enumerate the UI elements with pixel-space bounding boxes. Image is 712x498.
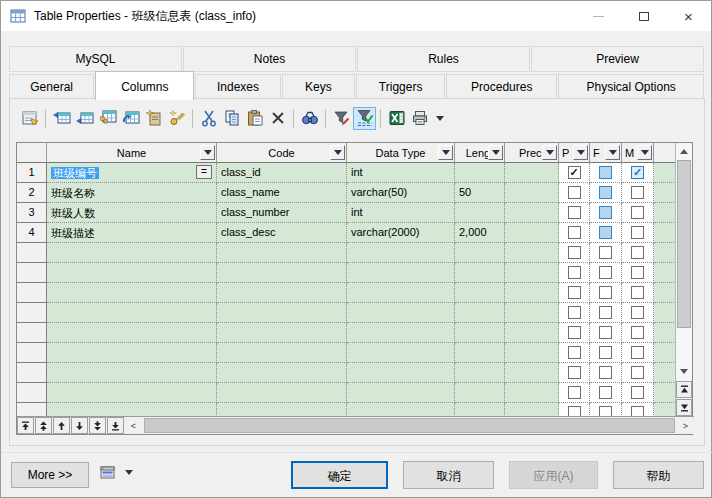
- cell-name[interactable]: [47, 303, 217, 323]
- tab-physical-options[interactable]: Physical Options: [558, 74, 704, 99]
- move-row-up-multi-button[interactable]: [35, 417, 52, 434]
- maximize-button[interactable]: [621, 1, 666, 31]
- move-row-down-button[interactable]: [71, 417, 88, 434]
- cell-code[interactable]: class_desc: [217, 223, 347, 243]
- header-name-dropdown[interactable]: [200, 145, 215, 160]
- cell-precision[interactable]: [505, 403, 559, 417]
- cell-data-type[interactable]: varchar(2000): [347, 223, 455, 243]
- tab-indexes[interactable]: Indexes: [195, 74, 280, 99]
- cell-data-type[interactable]: [347, 303, 455, 323]
- cell-code[interactable]: class_number: [217, 203, 347, 223]
- cell-code[interactable]: [217, 383, 347, 403]
- move-row-up-button[interactable]: [53, 417, 70, 434]
- scroll-to-top-button[interactable]: [676, 381, 692, 398]
- copy-icon[interactable]: [220, 107, 243, 130]
- cell-code[interactable]: class_id: [217, 163, 347, 183]
- row-number[interactable]: 3: [17, 203, 47, 223]
- mandatory-checkbox[interactable]: [631, 326, 644, 339]
- cell-length[interactable]: [455, 403, 505, 417]
- row-number[interactable]: [17, 383, 47, 403]
- vertical-scroll-thumb[interactable]: [677, 160, 691, 328]
- foreign-checkbox[interactable]: [599, 386, 612, 399]
- foreign-checkbox[interactable]: [599, 346, 612, 359]
- mandatory-checkbox[interactable]: [631, 186, 644, 199]
- header-length-dropdown[interactable]: [488, 145, 503, 160]
- row-number[interactable]: [17, 363, 47, 383]
- header-primary-dropdown[interactable]: [573, 145, 588, 160]
- move-row-down-multi-button[interactable]: [89, 417, 106, 434]
- header-data-type-dropdown[interactable]: [438, 145, 453, 160]
- cell-code[interactable]: [217, 263, 347, 283]
- horizontal-scroll-track[interactable]: [144, 418, 675, 433]
- mandatory-checkbox[interactable]: [631, 206, 644, 219]
- print-dropdown[interactable]: [431, 107, 445, 130]
- row-number[interactable]: [17, 283, 47, 303]
- cell-code[interactable]: [217, 303, 347, 323]
- tab-rules[interactable]: Rules: [357, 46, 530, 72]
- cell-code[interactable]: class_name: [217, 183, 347, 203]
- cell-length[interactable]: [455, 383, 505, 403]
- filter-edit-icon[interactable]: [330, 107, 353, 130]
- vertical-scrollbar[interactable]: [675, 143, 692, 416]
- cell-data-type[interactable]: int: [347, 203, 455, 223]
- cell-length[interactable]: [455, 303, 505, 323]
- cell-length[interactable]: [455, 203, 505, 223]
- cell-data-type[interactable]: [347, 323, 455, 343]
- tab-mysql[interactable]: MySQL: [9, 46, 182, 72]
- cell-data-type[interactable]: int: [347, 163, 455, 183]
- foreign-checkbox[interactable]: [599, 266, 612, 279]
- cell-precision[interactable]: [505, 163, 559, 183]
- cell-data-type[interactable]: [347, 263, 455, 283]
- cell-data-type[interactable]: [347, 403, 455, 417]
- cell-precision[interactable]: [505, 203, 559, 223]
- row-number[interactable]: [17, 243, 47, 263]
- cell-name[interactable]: [47, 243, 217, 263]
- cell-precision[interactable]: [505, 323, 559, 343]
- cell-code[interactable]: [217, 283, 347, 303]
- cell-name[interactable]: [47, 363, 217, 383]
- cell-name[interactable]: 班级描述: [47, 223, 217, 243]
- mandatory-checkbox[interactable]: [631, 246, 644, 259]
- primary-checkbox[interactable]: [568, 326, 581, 339]
- cell-name[interactable]: [47, 343, 217, 363]
- foreign-checkbox[interactable]: [599, 246, 612, 259]
- edit-cell-button[interactable]: =: [196, 165, 212, 179]
- mandatory-checkbox[interactable]: [631, 306, 644, 319]
- report-menu-button[interactable]: [99, 464, 133, 482]
- cell-length[interactable]: [455, 343, 505, 363]
- cell-precision[interactable]: [505, 383, 559, 403]
- cell-code[interactable]: [217, 403, 347, 417]
- close-button[interactable]: ×: [666, 1, 711, 31]
- foreign-checkbox[interactable]: [599, 326, 612, 339]
- primary-checkbox[interactable]: [568, 346, 581, 359]
- ok-button[interactable]: 确定: [291, 461, 388, 489]
- move-row-last-button[interactable]: [107, 417, 124, 434]
- replicate-columns-icon[interactable]: [119, 107, 142, 130]
- tab-triggers[interactable]: Triggers: [356, 74, 445, 99]
- mandatory-checkbox[interactable]: [631, 166, 644, 179]
- cell-length[interactable]: [455, 363, 505, 383]
- cell-name[interactable]: [47, 403, 217, 417]
- header-foreign-dropdown[interactable]: [605, 145, 620, 160]
- row-number[interactable]: [17, 323, 47, 343]
- tab-columns[interactable]: Columns: [95, 71, 194, 100]
- cell-length[interactable]: [455, 263, 505, 283]
- cell-data-type[interactable]: varchar(50): [347, 183, 455, 203]
- properties-icon[interactable]: [18, 107, 41, 130]
- primary-checkbox[interactable]: [568, 246, 581, 259]
- cell-name[interactable]: [47, 383, 217, 403]
- scroll-to-bottom-button[interactable]: [676, 399, 692, 416]
- print-icon[interactable]: [408, 107, 431, 130]
- tab-procedures[interactable]: Procedures: [446, 74, 557, 99]
- cell-length[interactable]: [455, 243, 505, 263]
- cell-precision[interactable]: [505, 343, 559, 363]
- cell-precision[interactable]: [505, 363, 559, 383]
- row-number[interactable]: 1: [17, 163, 47, 183]
- tab-notes[interactable]: Notes: [183, 46, 356, 72]
- cell-precision[interactable]: [505, 183, 559, 203]
- cell-code[interactable]: [217, 363, 347, 383]
- primary-checkbox[interactable]: [568, 286, 581, 299]
- cut-icon[interactable]: [197, 107, 220, 130]
- cell-data-type[interactable]: [347, 363, 455, 383]
- primary-checkbox[interactable]: [568, 166, 581, 179]
